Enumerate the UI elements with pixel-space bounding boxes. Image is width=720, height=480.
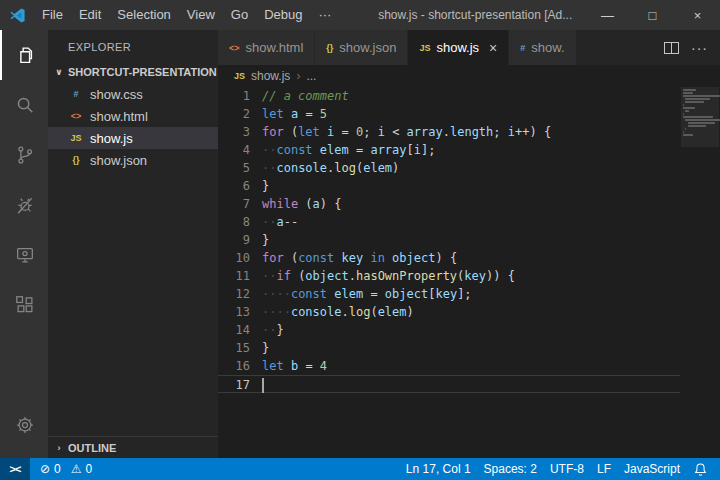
warning-count: 0 xyxy=(86,462,93,476)
status-javascript[interactable]: JavaScript xyxy=(624,462,680,476)
debug-icon[interactable] xyxy=(0,180,48,230)
code-token: // a comment xyxy=(262,89,349,103)
menu-debug[interactable]: Debug xyxy=(256,0,310,30)
code-token: i xyxy=(378,125,385,139)
json-file-icon: {} xyxy=(326,43,333,53)
code-token: array xyxy=(370,143,406,157)
code-line[interactable]: 10for (const key in object) { xyxy=(218,249,680,267)
code-token: ( xyxy=(298,197,312,211)
code-token xyxy=(284,107,291,121)
outline-section-header[interactable]: › OUTLINE xyxy=(48,436,218,458)
line-number: 16 xyxy=(218,357,250,375)
code-line[interactable]: 7while (a) { xyxy=(218,195,680,213)
code-text: for (let i = 0; i < array.length; i++) { xyxy=(250,123,551,141)
tab-show-json[interactable]: {}show.json xyxy=(315,30,408,65)
close-button[interactable]: × xyxy=(675,0,720,30)
code-editor[interactable]: 1// a comment2let a = 53for (let i = 0; … xyxy=(218,87,720,458)
vscode-window: FileEditSelectionViewGoDebug··· show.js … xyxy=(0,0,720,480)
code-line[interactable]: 16let b = 4 xyxy=(218,357,680,375)
tab-show-html[interactable]: <>show.html xyxy=(218,30,315,65)
code-token: ( xyxy=(370,305,377,319)
activity-bar xyxy=(0,30,48,458)
file-item-show-html[interactable]: <>show.html xyxy=(48,105,218,127)
bell-icon[interactable] xyxy=(693,462,708,477)
code-token: in xyxy=(370,251,384,265)
status-lf[interactable]: LF xyxy=(597,462,611,476)
line-number: 11 xyxy=(218,267,250,285)
menu-go[interactable]: Go xyxy=(223,0,256,30)
breadcrumb-file[interactable]: show.js xyxy=(251,69,290,83)
tab-label: show.js xyxy=(436,40,479,55)
code-token: a xyxy=(276,215,283,229)
explorer-sidebar: EXPLORER ∨ SHORTCUT-PRESENTATION #show.c… xyxy=(48,30,218,458)
line-number: 9 xyxy=(218,231,250,249)
code-line[interactable]: 14··} xyxy=(218,321,680,339)
minimap[interactable] xyxy=(683,89,717,140)
code-line[interactable]: 12····const elem = object[key]; xyxy=(218,285,680,303)
menu-edit[interactable]: Edit xyxy=(71,0,109,30)
file-item-show-js[interactable]: JSshow.js xyxy=(48,127,218,149)
settings-gear-icon[interactable] xyxy=(0,400,48,450)
code-line[interactable]: 15} xyxy=(218,339,680,357)
problems-status[interactable]: ⊘ 0 ⚠ 0 xyxy=(30,462,102,476)
breadcrumb-symbol[interactable]: ... xyxy=(306,69,316,83)
search-icon[interactable] xyxy=(0,80,48,130)
line-number: 15 xyxy=(218,339,250,357)
code-line[interactable]: 6} xyxy=(218,177,680,195)
code-token: key xyxy=(342,251,364,265)
maximize-button[interactable]: □ xyxy=(630,0,675,30)
menu-more[interactable]: ··· xyxy=(310,0,339,30)
tabs: <>show.html{}show.jsonJSshow.js×#show. xyxy=(218,30,577,65)
close-tab-icon[interactable]: × xyxy=(489,40,497,56)
line-number: 1 xyxy=(218,87,250,105)
code-line[interactable]: 4··const elem = array[i]; xyxy=(218,141,680,159)
error-icon: ⊘ xyxy=(40,462,50,476)
code-token: . xyxy=(443,125,450,139)
code-text: ··console.log(elem) xyxy=(250,159,399,177)
main-area: EXPLORER ∨ SHORTCUT-PRESENTATION #show.c… xyxy=(0,30,720,458)
code-token: i xyxy=(414,143,421,157)
remote-indicator-icon[interactable]: >< xyxy=(0,458,30,480)
menu-view[interactable]: View xyxy=(179,0,223,30)
code-token: = xyxy=(349,143,371,157)
code-line[interactable]: 8··a-- xyxy=(218,213,680,231)
extensions-icon[interactable] xyxy=(0,280,48,330)
code-token: while xyxy=(262,197,298,211)
status-ln-17-col-1[interactable]: Ln 17, Col 1 xyxy=(406,462,471,476)
menu-file[interactable]: File xyxy=(34,0,71,30)
remote-explorer-icon[interactable] xyxy=(0,230,48,280)
code-token: log xyxy=(334,161,356,175)
explorer-icon[interactable] xyxy=(0,30,48,80)
more-actions-icon[interactable]: ··· xyxy=(691,40,708,56)
file-name: show.html xyxy=(90,109,148,124)
code-token: console xyxy=(276,161,327,175)
code-line[interactable]: 13····console.log(elem) xyxy=(218,303,680,321)
code-line[interactable]: 17 xyxy=(218,375,680,393)
menu-selection[interactable]: Selection xyxy=(109,0,178,30)
file-item-show-json[interactable]: {}show.json xyxy=(48,149,218,171)
code-token: a xyxy=(313,197,320,211)
code-line[interactable]: 3for (let i = 0; i < array.length; i++) … xyxy=(218,123,680,141)
status-utf-8[interactable]: UTF-8 xyxy=(550,462,584,476)
code-token: elem xyxy=(320,143,349,157)
minimize-button[interactable]: — xyxy=(585,0,630,30)
file-item-show-css[interactable]: #show.css xyxy=(48,83,218,105)
code-line[interactable]: 2let a = 5 xyxy=(218,105,680,123)
code-line[interactable]: 5··console.log(elem) xyxy=(218,159,680,177)
tab-label: show.json xyxy=(339,40,396,55)
code-token: ; xyxy=(493,125,507,139)
file-list: #show.css<>show.htmlJSshow.js{}show.json xyxy=(48,83,218,171)
split-editor-icon[interactable] xyxy=(664,42,679,54)
code-line[interactable]: 9} xyxy=(218,231,680,249)
code-line[interactable]: 1// a comment xyxy=(218,87,680,105)
code-token xyxy=(284,359,291,373)
source-control-icon[interactable] xyxy=(0,130,48,180)
status-spaces-2[interactable]: Spaces: 2 xyxy=(484,462,537,476)
code-line[interactable]: 11··if (object.hasOwnProperty(key)) { xyxy=(218,267,680,285)
code-token: for xyxy=(262,251,284,265)
tab-show[interactable]: #show. xyxy=(509,30,576,65)
line-number: 17 xyxy=(218,376,250,392)
tab-show-js[interactable]: JSshow.js× xyxy=(408,30,509,65)
code-token: ; xyxy=(363,125,377,139)
folder-section-header[interactable]: ∨ SHORTCUT-PRESENTATION xyxy=(48,61,218,83)
